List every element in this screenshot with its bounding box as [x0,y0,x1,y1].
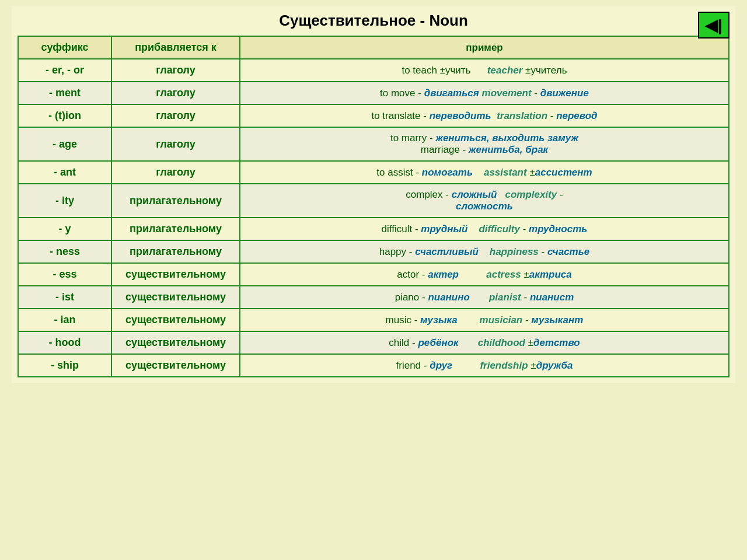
example-cell: music - музыка musician - музыкант [240,309,729,331]
table-row: - ityприлагательномуcomplex - сложный co… [18,184,729,218]
base-cell: глаголу [111,127,240,161]
example-cell: complex - сложный complexity -сложность [240,184,729,218]
noun-suffixes-table: суффикс прибавляется к пример - er, - or… [18,36,729,377]
suffix-cell: - age [18,127,111,161]
example-cell: to assist - помогать assistant ±ассистен… [240,161,729,184]
example-cell: happy - счастливый happiness - счастье [240,240,729,263]
table-row: - istсуществительномуpiano - пианино pia… [18,286,729,309]
base-cell: существительному [111,331,240,354]
base-cell: прилагательному [111,240,240,263]
table-header-row: суффикс прибавляется к пример [18,36,729,59]
base-cell: глаголу [111,104,240,127]
suffix-cell: - ity [18,184,111,218]
table-row: - yприлагательномуdifficult - трудный di… [18,218,729,240]
suffix-cell: - ant [18,161,111,184]
base-cell: существительному [111,263,240,286]
table-row: - essсуществительномуactor - актер actre… [18,263,729,286]
base-cell: глаголу [111,82,240,104]
nav-icon: ◀| [705,16,722,35]
table-row: - nessприлагательномуhappy - счастливый … [18,240,729,263]
example-cell: to teach ±учить teacher ±учитель [240,59,729,82]
header-base: прибавляется к [111,36,240,59]
table-row: - shipсуществительномуfriend - друг frie… [18,354,729,377]
table-row: - hoodсуществительномуchild - ребёнок ch… [18,331,729,354]
example-cell: piano - пианино pianist - пианист [240,286,729,309]
suffix-cell: - ess [18,263,111,286]
example-cell: to marry - жениться, выходить замужmarri… [240,127,729,161]
example-cell: friend - друг friendship ±дружба [240,354,729,377]
base-cell: прилагательному [111,218,240,240]
suffix-cell: - ian [18,309,111,331]
suffix-cell: - (t)ion [18,104,111,127]
header-suffix: суффикс [18,36,111,59]
title-row: Существительное - Noun ◀| [18,12,729,30]
header-example: пример [240,36,729,59]
example-cell: to move - двигаться movement - движение [240,82,729,104]
table-row: - antглаголуto assist - помогать assista… [18,161,729,184]
page-title: Существительное - Noun [279,12,468,30]
base-cell: существительному [111,309,240,331]
suffix-cell: - ship [18,354,111,377]
base-cell: прилагательному [111,184,240,218]
base-cell: глаголу [111,59,240,82]
example-cell: child - ребёнок childhood ±детство [240,331,729,354]
nav-button[interactable]: ◀| [698,12,729,38]
table-row: - er, - orглаголуto teach ±учить teacher… [18,59,729,82]
example-cell: to translate - переводить translation - … [240,104,729,127]
example-cell: difficult - трудный difficulty - труднос… [240,218,729,240]
suffix-cell: - ment [18,82,111,104]
suffix-cell: - er, - or [18,59,111,82]
suffix-cell: - ness [18,240,111,263]
base-cell: существительному [111,286,240,309]
table-row: - mentглаголуto move - двигаться movemen… [18,82,729,104]
suffix-cell: - ist [18,286,111,309]
example-cell: actor - актер actress ±актриса [240,263,729,286]
table-row: - ageглаголуto marry - жениться, выходит… [18,127,729,161]
suffix-cell: - y [18,218,111,240]
base-cell: существительному [111,354,240,377]
base-cell: глаголу [111,161,240,184]
table-row: - ianсуществительномуmusic - музыка musi… [18,309,729,331]
suffix-cell: - hood [18,331,111,354]
table-row: - (t)ionглаголуto translate - переводить… [18,104,729,127]
page-wrapper: Существительное - Noun ◀| суффикс прибав… [12,6,735,383]
